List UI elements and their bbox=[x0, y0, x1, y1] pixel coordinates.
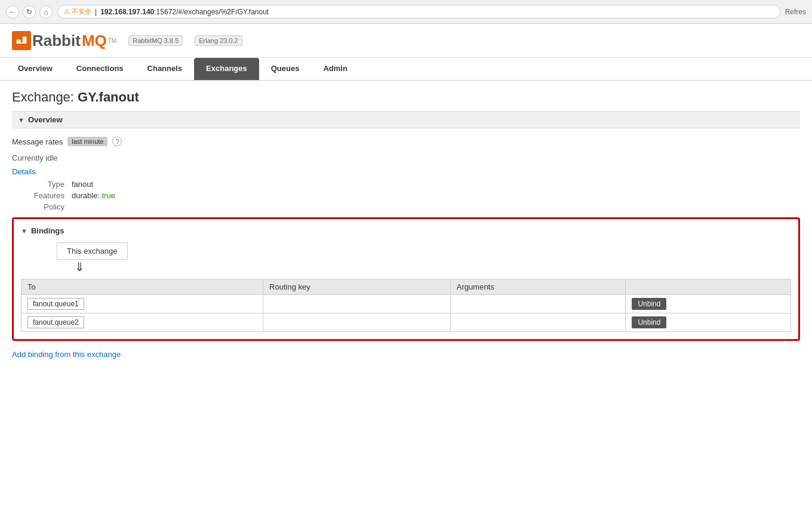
url-path: /#/exchanges/%2F/GY.fanout bbox=[176, 8, 269, 16]
message-rates-label: Message rates bbox=[12, 137, 63, 146]
erlang-version-badge: Erlang 23.0.2 bbox=[195, 35, 242, 46]
binding-arguments-2 bbox=[450, 313, 626, 332]
help-icon[interactable]: ? bbox=[112, 137, 122, 146]
exchange-name: GY.fanout bbox=[78, 90, 139, 104]
details-row-features: Features durable: true bbox=[12, 191, 800, 200]
col-action bbox=[626, 279, 791, 295]
browser-controls: ← ↻ ⌂ bbox=[6, 5, 53, 19]
policy-label: Policy bbox=[12, 202, 72, 211]
details-row-type: Type fanout bbox=[12, 180, 800, 189]
app-header: RabbitMQTM RabbitMQ 3.8.5 Erlang 23.0.2 bbox=[0, 24, 812, 58]
tab-connections[interactable]: Connections bbox=[64, 58, 136, 80]
this-exchange-box: This exchange bbox=[21, 242, 791, 260]
features-value: durable: true bbox=[72, 191, 115, 200]
bindings-section-header[interactable]: ▼ Bindings bbox=[21, 226, 791, 235]
bindings-container: ▼ Bindings This exchange ⇓ To Routing ke… bbox=[12, 217, 800, 341]
durable-label: durable: bbox=[72, 191, 100, 200]
page-title: Exchange: GY.fanout bbox=[12, 90, 800, 105]
address-bar[interactable]: ⚠ 不安全 | 192.168.197.140:15672/#/exchange… bbox=[57, 5, 780, 19]
binding-arguments-1 bbox=[450, 295, 626, 313]
unbind-button-2[interactable]: Unbind bbox=[632, 316, 666, 328]
message-rates-row: Message rates last minute ? bbox=[12, 134, 800, 149]
tab-admin[interactable]: Admin bbox=[311, 58, 359, 80]
add-binding-link[interactable]: Add binding from this exchange bbox=[12, 350, 121, 359]
details-table: Type fanout Features durable: true Polic… bbox=[12, 180, 800, 211]
details-row-policy: Policy bbox=[12, 202, 800, 211]
browser-bar: ← ↻ ⌂ ⚠ 不安全 | 192.168.197.140:15672/#/ex… bbox=[0, 0, 812, 24]
type-label: Type bbox=[12, 180, 72, 189]
address-separator: | bbox=[95, 8, 97, 16]
unbind-button-1[interactable]: Unbind bbox=[632, 298, 666, 310]
refresh-button[interactable]: ↻ bbox=[23, 5, 36, 19]
features-label: Features bbox=[12, 191, 72, 200]
security-warning: ⚠ 不安全 bbox=[64, 7, 91, 16]
svg-rect-2 bbox=[20, 42, 23, 44]
col-arguments: Arguments bbox=[450, 279, 626, 295]
url-host: 192.168.197.140 bbox=[100, 8, 154, 16]
tab-channels[interactable]: Channels bbox=[136, 58, 195, 80]
address-url: 192.168.197.140:15672/#/exchanges/%2F/GY… bbox=[100, 8, 269, 16]
binding-action-1: Unbind bbox=[626, 295, 791, 313]
logo-rabbit-text: Rabbit bbox=[32, 32, 81, 50]
overview-arrow-icon: ▼ bbox=[18, 116, 24, 124]
durable-value: true bbox=[102, 191, 115, 200]
logo-mq-text: MQ bbox=[82, 32, 107, 50]
tab-queues[interactable]: Queues bbox=[259, 58, 312, 80]
queue-link-2[interactable]: fanout.queue2 bbox=[27, 316, 84, 328]
binding-action-2: Unbind bbox=[626, 313, 791, 332]
logo-tm: TM bbox=[108, 38, 116, 44]
idle-status: Currently idle bbox=[12, 153, 800, 162]
tab-overview[interactable]: Overview bbox=[6, 58, 64, 80]
logo: RabbitMQTM bbox=[12, 31, 116, 50]
binding-row-2: fanout.queue2 Unbind bbox=[21, 313, 791, 332]
details-link[interactable]: Details bbox=[12, 167, 36, 176]
logo-icon bbox=[12, 31, 31, 50]
overview-section-header[interactable]: ▼ Overview bbox=[12, 111, 800, 128]
col-to: To bbox=[21, 279, 263, 295]
arrow-down-icon: ⇓ bbox=[75, 260, 791, 274]
bindings-arrow-icon: ▼ bbox=[21, 227, 27, 235]
home-button[interactable]: ⌂ bbox=[39, 5, 53, 19]
svg-rect-1 bbox=[23, 36, 27, 44]
rabbitmq-version-badge: RabbitMQ 3.8.5 bbox=[128, 35, 183, 46]
url-port: :15672 bbox=[154, 8, 176, 16]
bindings-table-header-row: To Routing key Arguments bbox=[21, 279, 791, 295]
page-content: Exchange: GY.fanout ▼ Overview Message r… bbox=[0, 81, 812, 368]
binding-row-1: fanout.queue1 Unbind bbox=[21, 295, 791, 313]
this-exchange-label: This exchange bbox=[57, 242, 128, 260]
last-minute-badge[interactable]: last minute bbox=[67, 137, 107, 146]
bindings-table: To Routing key Arguments fanout.queue1 bbox=[21, 279, 791, 332]
overview-section-title: Overview bbox=[28, 115, 63, 124]
back-button[interactable]: ← bbox=[6, 5, 19, 19]
details-section: Details Type fanout Features durable: tr… bbox=[12, 167, 800, 211]
queue-link-1[interactable]: fanout.queue1 bbox=[27, 298, 84, 310]
binding-routing-key-2 bbox=[263, 313, 451, 332]
nav-tabs: Overview Connections Channels Exchanges … bbox=[0, 58, 812, 81]
title-prefix: Exchange: bbox=[12, 90, 74, 104]
bindings-section-title: Bindings bbox=[31, 226, 64, 235]
app: RabbitMQTM RabbitMQ 3.8.5 Erlang 23.0.2 … bbox=[0, 24, 812, 368]
browser-refresh-label: Refres bbox=[785, 8, 806, 16]
binding-queue-1: fanout.queue1 bbox=[21, 295, 263, 313]
tab-exchanges[interactable]: Exchanges bbox=[194, 58, 259, 80]
binding-routing-key-1 bbox=[263, 295, 451, 313]
type-value: fanout bbox=[72, 180, 93, 189]
binding-queue-2: fanout.queue2 bbox=[21, 313, 263, 332]
col-routing-key: Routing key bbox=[263, 279, 451, 295]
